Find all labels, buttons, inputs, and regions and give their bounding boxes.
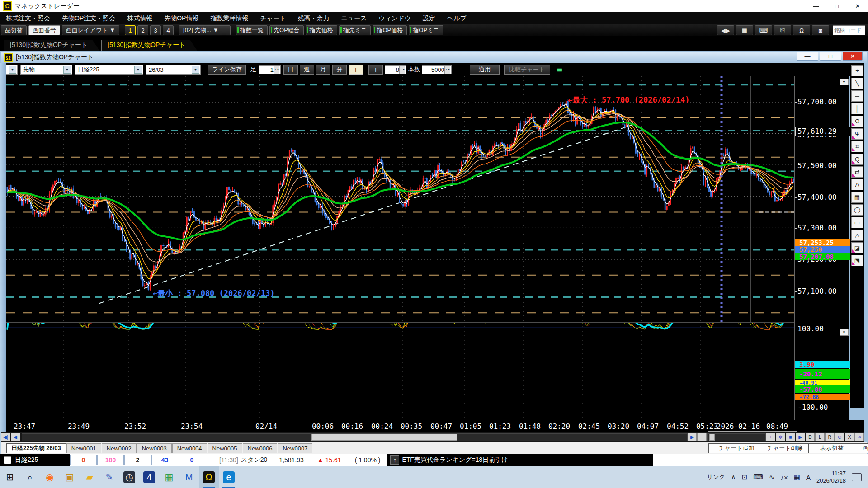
screen-number-3[interactable]: 3 bbox=[150, 25, 161, 35]
monex-trader-icon[interactable]: Ω bbox=[199, 466, 219, 488]
eraser-all-tool-icon[interactable]: ⬔ bbox=[851, 255, 863, 266]
preset-dropdown[interactable]: [02] 先物... ▼ bbox=[179, 25, 231, 35]
apply-button[interactable]: 適用 bbox=[470, 65, 500, 75]
keyboard-icon[interactable]: ⌨ bbox=[755, 25, 772, 35]
chart-nav-button-⇥[interactable]: ⇥ bbox=[854, 433, 864, 441]
screen-number-2[interactable]: 2 bbox=[137, 25, 148, 35]
quote-tool-icon[interactable]: Q bbox=[851, 154, 863, 165]
quickbar-button-指先ミニ[interactable]: 指先ミニ bbox=[339, 25, 371, 35]
regression-tool-icon[interactable]: ⌗ bbox=[851, 141, 863, 152]
chart-manage-button-表示切替[interactable]: 表示切替 bbox=[808, 443, 855, 453]
mt4-icon[interactable]: 4 bbox=[139, 466, 159, 488]
quickbar-button-先OP総合[interactable]: 先OP総合 bbox=[269, 25, 304, 35]
doc-tab-1[interactable]: [5130]指数先物OPチャート bbox=[101, 40, 197, 51]
app-amber-icon[interactable]: ▣ bbox=[60, 466, 80, 488]
close-button[interactable]: ✕ bbox=[847, 0, 868, 12]
price-axis[interactable]: 57,700.0057,600.0057,500.0057,400.0057,3… bbox=[794, 76, 849, 420]
triangle-tool-icon[interactable]: △ bbox=[851, 230, 863, 241]
menu-item-株式情報[interactable]: 株式情報 bbox=[121, 12, 158, 24]
contract-select[interactable]: 26/03▼ bbox=[146, 65, 201, 75]
explorer-icon[interactable]: ▰ bbox=[80, 466, 99, 488]
symbol-tab-New0006[interactable]: New0006 bbox=[243, 443, 278, 453]
zoom-slider[interactable] bbox=[707, 433, 766, 441]
menu-item-指数業種情報[interactable]: 指数業種情報 bbox=[204, 12, 254, 24]
tick-count-input[interactable]: 8▲▼ bbox=[385, 65, 406, 74]
firefox-icon[interactable]: ◉ bbox=[40, 466, 60, 488]
menu-item-先物OP注文・照会[interactable]: 先物OP注文・照会 bbox=[56, 12, 121, 24]
menu-item-チャート[interactable]: チャート bbox=[254, 12, 292, 24]
input-switch-icon[interactable]: ⌨ bbox=[753, 473, 763, 481]
edge-icon[interactable]: e bbox=[219, 466, 239, 488]
chart-nav-button-L[interactable]: L bbox=[815, 433, 825, 441]
symbol-tab-New0004[interactable]: New0004 bbox=[172, 443, 207, 453]
bars-count-input[interactable]: 5000▲▼ bbox=[422, 65, 452, 74]
menu-item-ヘルプ[interactable]: ヘルプ bbox=[441, 12, 472, 24]
text-tool-icon[interactable]: A bbox=[851, 179, 863, 190]
tick-label-button[interactable]: T bbox=[368, 65, 383, 75]
trendline-tool-icon[interactable]: ╲ bbox=[851, 78, 863, 89]
period-button-日[interactable]: 日 bbox=[283, 65, 298, 75]
quickbar-button-指OPミニ[interactable]: 指OPミニ bbox=[409, 25, 443, 35]
screen-switch-button[interactable]: 品切替 bbox=[1, 25, 27, 35]
symbol-tab-New0003[interactable]: New0003 bbox=[137, 443, 172, 453]
symbol-tab-New0007[interactable]: New0007 bbox=[278, 443, 312, 453]
vline-tool-icon[interactable]: │ bbox=[851, 103, 863, 114]
hline-tool-icon[interactable]: ─ bbox=[851, 90, 863, 102]
taskbar-clock[interactable]: 11:372026/02/18 bbox=[816, 470, 846, 484]
swap-tool-icon[interactable]: ⇄ bbox=[851, 166, 863, 178]
chart-nav-button-D[interactable]: D bbox=[806, 433, 815, 441]
panel-collapse-icon[interactable]: ▼ bbox=[840, 79, 849, 85]
maximize-button[interactable]: □ bbox=[826, 0, 847, 12]
eraser-tool-icon[interactable]: ◪ bbox=[851, 242, 863, 253]
hscroll-track[interactable] bbox=[22, 433, 688, 441]
quote-list-icon[interactable]: ≣ bbox=[557, 66, 562, 74]
instrument-select[interactable]: 先物▼ bbox=[20, 65, 72, 75]
pitchfork-tool-icon[interactable]: Ψ bbox=[851, 128, 863, 140]
period-button-分[interactable]: 分 bbox=[332, 65, 347, 75]
menu-item-ウィンドウ[interactable]: ウィンドウ bbox=[373, 12, 417, 24]
period-button-月[interactable]: 月 bbox=[316, 65, 330, 75]
calendar-icon[interactable]: ▦ bbox=[736, 25, 753, 35]
screen-number-4[interactable]: 4 bbox=[163, 25, 174, 35]
symbol-tab-active[interactable]: 日経225先物 26/03 bbox=[6, 443, 66, 453]
lock-icon[interactable]: Ω bbox=[793, 25, 810, 35]
hscroll-thumb[interactable] bbox=[311, 434, 457, 441]
zoom-slider-thumb[interactable] bbox=[709, 434, 715, 441]
notification-center-icon[interactable] bbox=[852, 473, 862, 481]
scroll-left-button-1[interactable]: ◀ bbox=[11, 433, 20, 441]
volume-muted-icon[interactable]: ♪× bbox=[780, 474, 788, 481]
chart-manage-button-チャート追加[interactable]: チャート追加 bbox=[708, 443, 764, 453]
menu-item-設定[interactable]: 設定 bbox=[417, 12, 441, 24]
tray-chevron-icon[interactable]: ∧ bbox=[731, 473, 736, 481]
ticker-up-icon[interactable]: ↑ bbox=[390, 455, 399, 465]
printer-icon[interactable]: ⎘ bbox=[774, 25, 791, 35]
rect-tool-icon[interactable]: ▭ bbox=[851, 217, 863, 228]
status-checkbox[interactable] bbox=[4, 456, 11, 464]
screen-number-button[interactable]: 画面番号 bbox=[28, 25, 60, 35]
spinner-icon[interactable]: ▲▼ bbox=[444, 66, 450, 74]
time-axis[interactable]: 23:4723:4923:5223:5402/1400:0600:1600:24… bbox=[6, 420, 864, 432]
menu-item-株式注文・照会[interactable]: 株式注文・照会 bbox=[0, 12, 56, 24]
chart-manage-button-画面分割[interactable]: 画面分割 bbox=[851, 443, 868, 453]
chart-nav-button-+[interactable]: + bbox=[766, 433, 775, 441]
chart-nav-button-X[interactable]: X bbox=[845, 433, 854, 441]
clock-app-icon[interactable]: ◷ bbox=[119, 466, 139, 488]
chart-nav-button-✥[interactable]: ✥ bbox=[776, 433, 785, 441]
chart-plot[interactable] bbox=[6, 76, 794, 420]
stock-code-input[interactable] bbox=[833, 25, 865, 35]
device-icon[interactable]: ⊡ bbox=[742, 473, 748, 481]
alert-tool-icon[interactable]: Ω bbox=[851, 116, 863, 127]
period-button-T[interactable]: T bbox=[349, 65, 363, 75]
taskbar-links-label[interactable]: リンク bbox=[707, 473, 725, 481]
ime-mode-icon[interactable]: A bbox=[806, 474, 811, 481]
symbol-tab-New0005[interactable]: New0005 bbox=[208, 443, 242, 453]
chart-manage-button-チャート削除[interactable]: チャート削除 bbox=[757, 443, 813, 453]
quickbar-button-指先価格[interactable]: 指先価格 bbox=[306, 25, 337, 35]
pane-arrows-icon[interactable]: ◀▶ bbox=[717, 25, 734, 35]
screen-layout-dropdown[interactable]: 画面レイアウト ▼ bbox=[62, 25, 119, 35]
menu-item-先物OP情報[interactable]: 先物OP情報 bbox=[158, 12, 204, 24]
doc-tab-0[interactable]: [5130]指数先物OPチャート bbox=[4, 40, 99, 51]
osc-collapse-icon[interactable]: ▼ bbox=[840, 329, 849, 336]
ime-pad-icon[interactable]: ▦ bbox=[794, 473, 800, 481]
chart-close-button[interactable]: ✕ bbox=[843, 52, 863, 61]
